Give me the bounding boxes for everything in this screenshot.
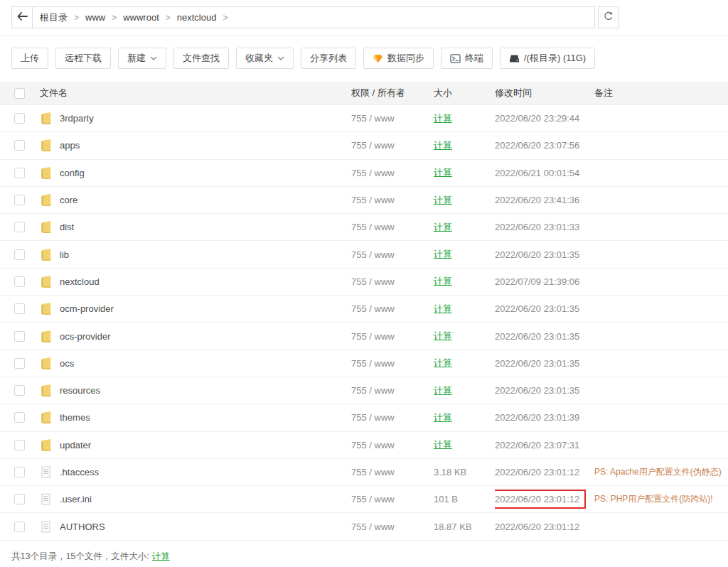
toolbar-button-上传[interactable]: 上传 — [11, 48, 48, 69]
permission-owner: 755 / www — [351, 440, 434, 450]
toolbar-button-label: /(根目录) (11G) — [524, 52, 586, 65]
toolbar-button-文件查找[interactable]: 文件查找 — [173, 48, 229, 69]
row-checkbox[interactable] — [14, 331, 25, 342]
file-name[interactable]: AUTHORS — [60, 522, 105, 532]
table-row[interactable]: 3rdparty 755 / www 计算 2022/06/20 23:29:4… — [0, 105, 728, 132]
modified-time: 2022/06/21 00:01:54 — [495, 168, 579, 178]
table-row[interactable]: nextcloud 755 / www 计算 2022/07/09 21:39:… — [0, 269, 728, 296]
file-name[interactable]: config — [60, 168, 85, 178]
row-checkbox[interactable] — [14, 113, 25, 124]
breadcrumb-item[interactable]: 根目录 — [40, 11, 68, 24]
file-name[interactable]: .htaccess — [60, 467, 99, 477]
folder-icon — [40, 357, 52, 370]
row-checkbox[interactable] — [14, 276, 25, 287]
calc-size-link[interactable]: 计算 — [434, 113, 452, 124]
breadcrumb-item[interactable]: nextcloud — [177, 12, 217, 23]
table-row[interactable]: resources 755 / www 计算 2022/06/20 23:01:… — [0, 377, 728, 404]
file-name[interactable]: dist — [60, 222, 74, 232]
back-button[interactable] — [11, 6, 33, 28]
file-name[interactable]: ocs — [60, 358, 74, 369]
calc-size-link[interactable]: 计算 — [434, 222, 452, 232]
modified-time: 2022/06/20 23:01:35 — [495, 331, 579, 342]
folder-icon — [40, 411, 52, 424]
file-name[interactable]: updater — [60, 440, 91, 450]
calc-size-link[interactable]: 计算 — [434, 385, 452, 396]
file-toolbar: 上传远程下载新建文件查找收藏夹分享列表数据同步终端/(根目录) (11G) — [0, 36, 728, 78]
file-name[interactable]: resources — [60, 385, 100, 396]
toolbar-button-分享列表[interactable]: 分享列表 — [301, 48, 356, 69]
file-name[interactable]: core — [60, 195, 77, 205]
calc-size-link[interactable]: 计算 — [434, 412, 452, 423]
file-name[interactable]: lib — [60, 249, 69, 260]
table-row[interactable]: config 755 / www 计算 2022/06/21 00:01:54 — [0, 160, 728, 187]
table-row[interactable]: core 755 / www 计算 2022/06/20 23:41:36 — [0, 187, 728, 214]
toolbar-button-terminal[interactable]: 终端 — [441, 48, 493, 69]
table-row[interactable]: ocm-provider 755 / www 计算 2022/06/20 23:… — [0, 296, 728, 323]
row-checkbox[interactable] — [14, 385, 25, 396]
row-checkbox[interactable] — [14, 140, 25, 151]
calc-size-link[interactable]: 计算 — [434, 167, 452, 178]
table-row[interactable]: lib 755 / www 计算 2022/06/20 23:01:35 — [0, 241, 728, 268]
modified-time: 2022/06/20 23:01:35 — [495, 385, 579, 396]
permission-owner: 755 / www — [351, 522, 434, 532]
row-checkbox[interactable] — [14, 522, 25, 532]
row-checkbox[interactable] — [14, 222, 25, 232]
table-row[interactable]: .htaccess 755 / www 3.18 KB 2022/06/20 2… — [0, 459, 728, 486]
select-all-checkbox[interactable] — [14, 88, 25, 99]
row-checkbox[interactable] — [14, 168, 25, 178]
modified-time: 2022/06/20 23:01:12 — [495, 522, 579, 532]
table-row[interactable]: updater 755 / www 计算 2022/06/20 23:07:31 — [0, 432, 728, 459]
calc-size-link[interactable]: 计算 — [434, 140, 452, 151]
toolbar-button-gem[interactable]: 数据同步 — [363, 48, 434, 69]
table-row[interactable]: ocs-provider 755 / www 计算 2022/06/20 23:… — [0, 323, 728, 350]
row-checkbox[interactable] — [14, 195, 25, 205]
breadcrumb[interactable]: 根目录>www>wwwroot>nextcloud> — [32, 6, 595, 28]
toolbar-button-disk[interactable]: /(根目录) (11G) — [500, 48, 595, 69]
row-checkbox[interactable] — [14, 412, 25, 423]
permission-owner: 755 / www — [351, 385, 434, 396]
toolbar-button-label: 上传 — [21, 52, 39, 65]
back-arrow-icon — [17, 12, 28, 23]
table-row[interactable]: themes 755 / www 计算 2022/06/20 23:01:39 — [0, 404, 728, 431]
modified-time: 2022/06/20 23:07:31 — [495, 440, 579, 450]
file-name[interactable]: apps — [60, 140, 80, 151]
row-checkbox[interactable] — [14, 358, 25, 369]
permission-owner: 755 / www — [351, 140, 434, 151]
file-name[interactable]: ocs-provider — [60, 331, 111, 342]
toolbar-button-远程下载[interactable]: 远程下载 — [55, 48, 111, 69]
calc-size-link[interactable]: 计算 — [434, 357, 452, 368]
calc-size-link[interactable]: 计算 — [434, 330, 452, 341]
table-row[interactable]: AUTHORS 755 / www 18.87 KB 2022/06/20 23… — [0, 513, 728, 540]
row-checkbox[interactable] — [14, 494, 25, 504]
file-name[interactable]: .user.ini — [60, 494, 92, 504]
breadcrumb-item[interactable]: www — [85, 12, 105, 23]
calc-size-link[interactable]: 计算 — [434, 303, 452, 314]
table-row[interactable]: apps 755 / www 计算 2022/06/20 23:07:56 — [0, 132, 728, 159]
file-name[interactable]: nextcloud — [60, 276, 100, 287]
toolbar-button-新建[interactable]: 新建 — [118, 48, 166, 69]
file-name[interactable]: ocm-provider — [60, 303, 114, 314]
table-row[interactable]: dist 755 / www 计算 2022/06/20 23:01:33 — [0, 214, 728, 241]
modified-time: 2022/06/20 23:29:44 — [495, 113, 579, 124]
calc-size-link[interactable]: 计算 — [434, 276, 452, 286]
calc-size-link[interactable]: 计算 — [434, 249, 452, 259]
breadcrumb-item[interactable]: wwwroot — [123, 12, 159, 23]
modified-time: 2022/06/20 23:01:12 — [495, 467, 579, 477]
row-checkbox[interactable] — [14, 249, 25, 260]
file-name[interactable]: 3rdparty — [60, 113, 94, 124]
modified-time: 2022/06/20 23:01:39 — [495, 412, 579, 423]
calc-size-link[interactable]: 计算 — [434, 439, 452, 450]
calc-total-size-link[interactable]: 计算 — [152, 551, 170, 561]
file-name[interactable]: themes — [60, 412, 90, 423]
refresh-button[interactable] — [598, 6, 619, 28]
summary-bar: 共13个目录，15个文件，文件大小:计算 — [0, 541, 728, 567]
table-row[interactable]: ocs 755 / www 计算 2022/06/20 23:01:35 — [0, 350, 728, 377]
table-row[interactable]: .user.ini 755 / www 101 B 2022/06/20 23:… — [0, 486, 728, 513]
breadcrumb-separator: > — [166, 13, 171, 23]
row-checkbox[interactable] — [14, 440, 25, 450]
toolbar-button-收藏夹[interactable]: 收藏夹 — [236, 48, 294, 69]
row-checkbox[interactable] — [14, 303, 25, 314]
calc-size-link[interactable]: 计算 — [434, 195, 452, 205]
row-checkbox[interactable] — [14, 467, 25, 477]
column-filename[interactable]: 文件名 — [40, 87, 351, 99]
